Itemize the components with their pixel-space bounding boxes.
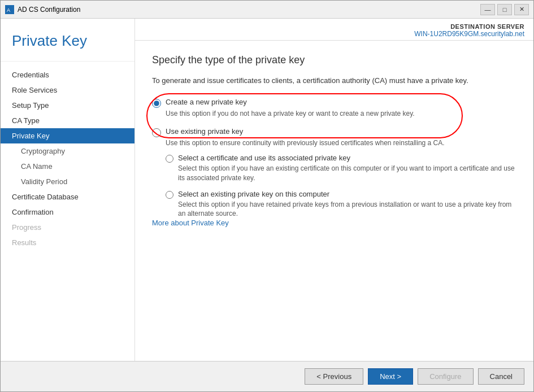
previous-button[interactable]: < Previous xyxy=(305,368,363,385)
sub-option-desc-1: Select this option if you have an existi… xyxy=(178,164,516,183)
nav-item-private-key[interactable]: Private Key xyxy=(1,128,134,143)
destination-label: DESTINATION SERVER xyxy=(414,23,524,30)
option-group-1: Create a new private key Use this option… xyxy=(152,98,516,119)
window-controls: — □ ✕ xyxy=(480,4,529,15)
nav-list: CredentialsRole ServicesSetup TypeCA Typ… xyxy=(1,62,134,256)
options-container: Create a new private key Use this option… xyxy=(152,98,516,219)
window-title: AD CS Configuration xyxy=(18,6,480,14)
next-button[interactable]: Next > xyxy=(368,368,413,385)
svg-text:A: A xyxy=(7,7,10,13)
sub-option-label-1: Select a certificate and use its associa… xyxy=(178,154,350,162)
section-title: Specify the type of the private key xyxy=(152,54,516,66)
main-window: A AD CS Configuration — □ ✕ Private Key … xyxy=(0,0,534,392)
app-icon: A xyxy=(5,5,14,14)
minimize-button[interactable]: — xyxy=(480,4,495,15)
title-bar: A AD CS Configuration — □ ✕ xyxy=(1,1,533,19)
sub-option-row-1[interactable]: Select a certificate and use its associa… xyxy=(166,154,516,163)
nav-item-ca-type[interactable]: CA Type xyxy=(1,113,134,128)
top-bar: DESTINATION SERVER WIN-1U2RD95K9GM.secur… xyxy=(135,19,533,41)
nav-item-certificate-database[interactable]: Certificate Database xyxy=(1,189,134,204)
option-desc-2: Use this option to ensure continuity wit… xyxy=(166,138,516,148)
more-about-link[interactable]: More about Private Key xyxy=(152,219,229,227)
destination-value: WIN-1U2RD95K9GM.securitylab.net xyxy=(414,30,524,38)
content-area: Private Key CredentialsRole ServicesSetu… xyxy=(1,19,533,361)
maximize-button[interactable]: □ xyxy=(497,4,512,15)
right-panel: DESTINATION SERVER WIN-1U2RD95K9GM.secur… xyxy=(135,19,533,361)
option-row-1[interactable]: Create a new private key xyxy=(152,98,516,108)
nav-item-ca-name[interactable]: CA Name xyxy=(1,159,134,174)
sub-option-group-2: Select an existing private key on this c… xyxy=(166,190,516,219)
nav-item-results: Results xyxy=(1,235,134,250)
nav-item-validity-period[interactable]: Validity Period xyxy=(1,174,134,189)
sub-option-desc-2: Select this option if you have retained … xyxy=(178,200,516,219)
bottom-bar: < Previous Next > Configure Cancel xyxy=(1,361,533,391)
cancel-button[interactable]: Cancel xyxy=(478,368,524,385)
page-title: Private Key xyxy=(1,19,134,62)
nav-item-cryptography[interactable]: Cryptography xyxy=(1,143,134,159)
configure-button[interactable]: Configure xyxy=(418,368,473,385)
option-radio-2[interactable] xyxy=(152,128,161,137)
sub-radio-2[interactable] xyxy=(166,191,173,199)
main-content: Specify the type of the private key To g… xyxy=(135,41,533,361)
option-radio-1[interactable] xyxy=(152,99,161,108)
description-text: To generate and issue certificates to cl… xyxy=(152,75,516,86)
sub-option-row-2[interactable]: Select an existing private key on this c… xyxy=(166,190,516,199)
sub-radio-1[interactable] xyxy=(166,155,173,163)
nav-item-setup-type[interactable]: Setup Type xyxy=(1,98,134,113)
sub-option-label-2: Select an existing private key on this c… xyxy=(178,190,329,198)
nav-item-confirmation[interactable]: Confirmation xyxy=(1,204,134,220)
nav-item-credentials[interactable]: Credentials xyxy=(1,67,134,82)
nav-item-progress: Progress xyxy=(1,220,134,235)
close-button[interactable]: ✕ xyxy=(514,4,529,15)
sub-option-group-1: Select a certificate and use its associa… xyxy=(166,154,516,183)
option-desc-1: Use this option if you do not have a pri… xyxy=(166,109,516,119)
option-label-1: Create a new private key xyxy=(166,98,247,106)
destination-info: DESTINATION SERVER WIN-1U2RD95K9GM.secur… xyxy=(414,23,524,38)
left-panel: Private Key CredentialsRole ServicesSetu… xyxy=(1,19,135,361)
option-group-2: Use existing private key Use this option… xyxy=(152,127,516,219)
sub-options: Select a certificate and use its associa… xyxy=(166,154,516,219)
nav-item-role-services[interactable]: Role Services xyxy=(1,82,134,98)
option-row-2[interactable]: Use existing private key xyxy=(152,127,516,137)
option-label-2: Use existing private key xyxy=(166,127,243,136)
